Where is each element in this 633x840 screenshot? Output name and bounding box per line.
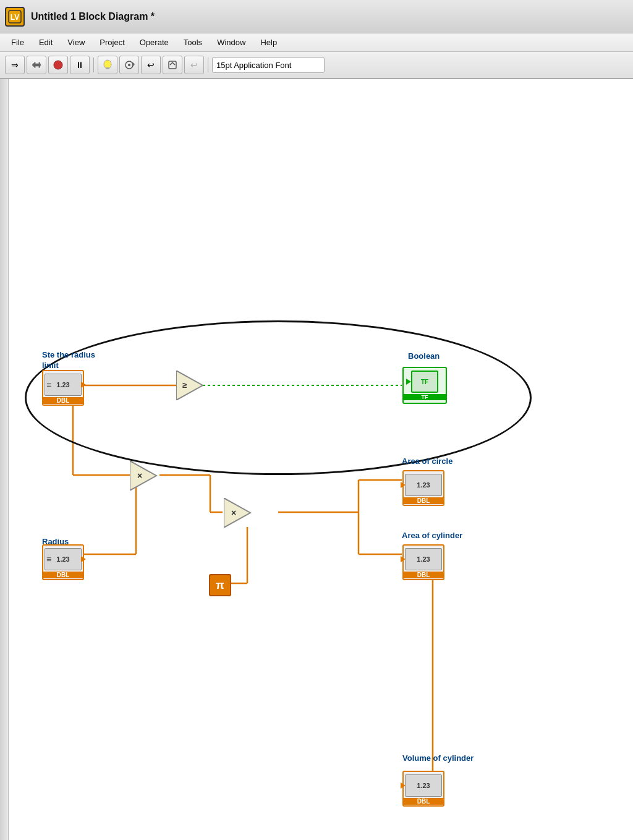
svg-text:×: × (231, 508, 236, 518)
step-into-button[interactable]: ↩ (141, 56, 161, 74)
radius-node[interactable]: ≡ 1.23 DBL (42, 544, 84, 580)
multiply-node-1[interactable]: × (130, 461, 158, 491)
app-icon: LV (5, 7, 25, 27)
svg-point-2 (54, 61, 62, 69)
radius-limit-inner: ≡ 1.23 (45, 374, 82, 396)
selection-ellipse (25, 320, 532, 475)
boolean-inner: TF (411, 371, 438, 393)
radius-limit-dbl-label: DBL (43, 397, 83, 404)
area-cylinder-arrow-in (401, 556, 406, 562)
area-cylinder-value: 1.23 (417, 555, 430, 563)
area-circle-inner: 1.23 (405, 474, 442, 496)
titlebar: LV Untitled 1 Block Diagram * (0, 0, 633, 33)
pause-button[interactable]: ⏸ (70, 56, 90, 74)
canvas: Ste the radius limit ≡ 1.23 DBL ≥ Boolea… (0, 79, 633, 840)
svg-text:LV: LV (11, 13, 19, 22)
svg-marker-32 (224, 498, 250, 528)
pi-node[interactable]: π (209, 574, 231, 596)
comparator-node[interactable]: ≥ (176, 371, 204, 400)
volume-cylinder-value: 1.23 (417, 782, 430, 789)
menu-operate[interactable]: Operate (134, 35, 175, 49)
menu-edit[interactable]: Edit (33, 35, 59, 49)
svg-text:×: × (137, 471, 142, 481)
boolean-label: Boolean (408, 351, 440, 362)
window-title: Untitled 1 Block Diagram * (31, 11, 155, 22)
stop-button[interactable] (48, 56, 68, 74)
scroll-icon: ≡ (46, 380, 51, 390)
menubar: File Edit View Project Operate Tools Win… (0, 33, 633, 52)
area-cylinder-inner: 1.23 (405, 548, 442, 570)
svg-point-6 (128, 64, 130, 66)
menu-file[interactable]: File (5, 35, 30, 49)
radius-limit-node[interactable]: ≡ 1.23 DBL (42, 370, 84, 406)
area-circle-dbl-label: DBL (404, 497, 443, 504)
volume-cylinder-dbl-label: DBL (404, 798, 443, 805)
svg-marker-28 (176, 371, 203, 400)
boolean-label-bar: TF (404, 394, 446, 400)
wire-layer (0, 79, 633, 840)
boolean-arrow-in (406, 379, 411, 385)
volume-cylinder-arrow-in (401, 782, 406, 789)
undo-button[interactable]: ↩ (184, 56, 204, 74)
radius-limit-value: 1.23 (56, 381, 69, 388)
run-button[interactable]: ⇒ (5, 56, 25, 74)
boolean-node[interactable]: TF TF (402, 367, 447, 404)
step-over-button[interactable] (119, 56, 139, 74)
volume-cylinder-label: Volume of cylinder (402, 753, 474, 764)
left-panel (0, 79, 9, 840)
area-cylinder-dbl-label: DBL (404, 572, 443, 578)
radius-dbl-label: DBL (43, 572, 83, 578)
toolbar-sep-2 (208, 58, 208, 72)
menu-view[interactable]: View (61, 35, 91, 49)
menu-window[interactable]: Window (211, 35, 252, 49)
toolbar-sep-1 (93, 58, 94, 72)
menu-project[interactable]: Project (93, 35, 130, 49)
radius-inner: ≡ 1.23 (45, 548, 82, 570)
area-circle-arrow-in (401, 482, 406, 488)
radius-limit-label: Ste the radius limit (42, 350, 95, 371)
area-circle-label: Area of circle (402, 456, 452, 467)
run-continuously-button[interactable] (27, 56, 46, 74)
boolean-tf: TF (421, 379, 428, 385)
radius-value: 1.23 (56, 555, 69, 563)
step-out-button[interactable] (163, 56, 182, 74)
pi-symbol: π (216, 579, 224, 592)
radius-limit-arrow-out (81, 382, 86, 388)
menu-tools[interactable]: Tools (177, 35, 208, 49)
svg-text:≥: ≥ (182, 380, 187, 390)
menu-help[interactable]: Help (254, 35, 283, 49)
area-circle-value: 1.23 (417, 481, 430, 489)
multiply-node-2[interactable]: × (224, 498, 252, 528)
area-cylinder-node[interactable]: 1.23 DBL (402, 544, 444, 580)
area-circle-node[interactable]: 1.23 DBL (402, 470, 444, 506)
volume-cylinder-inner: 1.23 (405, 774, 442, 797)
svg-marker-30 (130, 461, 156, 491)
area-cylinder-label: Area of cylinder (402, 531, 462, 541)
svg-point-3 (104, 60, 111, 69)
font-selector[interactable] (212, 57, 325, 73)
volume-cylinder-node[interactable]: 1.23 DBL (402, 771, 444, 807)
highlight-button[interactable] (98, 56, 117, 74)
toolbar: ⇒ ⏸ ↩ ↩ (0, 52, 633, 79)
svg-rect-4 (106, 67, 109, 69)
radius-arrow-out (81, 556, 86, 562)
radius-scroll-icon: ≡ (46, 554, 51, 564)
